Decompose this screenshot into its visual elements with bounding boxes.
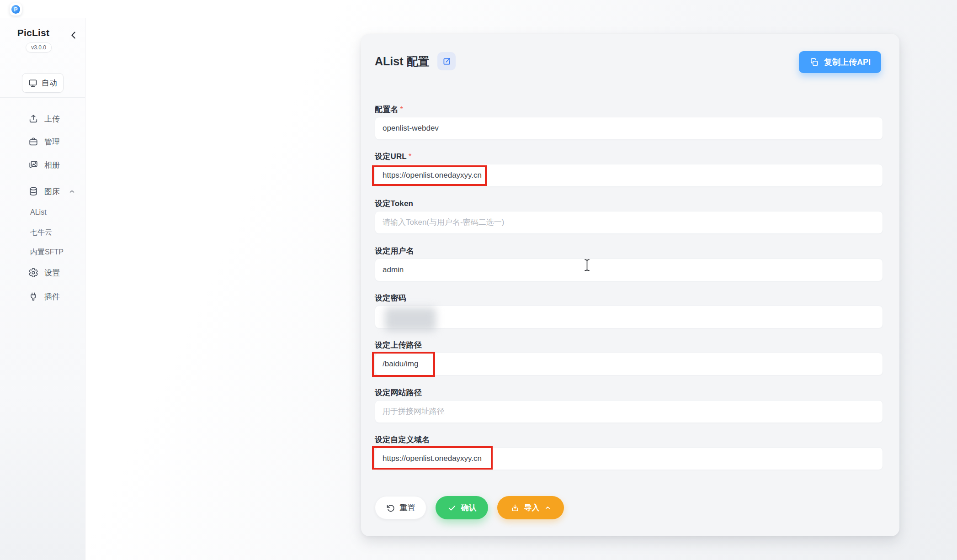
sidebar: PicList v3.0.0 自动 上传 管理 相册 图床	[0, 18, 85, 560]
confirm-label: 确认	[461, 502, 477, 513]
briefcase-icon	[28, 137, 38, 147]
site-path-input[interactable]	[375, 400, 883, 423]
plug-icon	[28, 291, 38, 301]
auto-mode-label: 自动	[42, 78, 57, 88]
sidebar-item-label: 相册	[44, 160, 60, 170]
gear-icon	[28, 268, 38, 278]
upload-icon	[28, 114, 38, 124]
import-icon	[510, 503, 520, 512]
sidebar-subitem-alist[interactable]: AList	[0, 204, 85, 221]
field-username: 设定用户名	[375, 246, 883, 256]
app-logo-icon: P	[10, 3, 22, 16]
required-mark: *	[409, 153, 411, 160]
reset-icon	[386, 503, 395, 512]
copy-upload-api-label: 复制上传API	[824, 57, 871, 68]
sidebar-item-upload[interactable]: 上传	[0, 110, 85, 128]
page-title: AList 配置	[375, 54, 429, 69]
upload-path-input[interactable]	[375, 353, 883, 375]
chevron-up-icon	[69, 188, 75, 195]
collapse-sidebar-icon[interactable]	[69, 30, 79, 40]
custom-domain-input[interactable]	[375, 447, 883, 470]
copy-icon	[809, 58, 819, 67]
field-upload-path: 设定上传路径	[375, 340, 883, 350]
album-icon	[28, 160, 38, 170]
divider	[0, 97, 85, 98]
sidebar-item-label: 上传	[44, 114, 60, 124]
check-icon	[447, 503, 457, 512]
copy-upload-api-button[interactable]: 复制上传API	[799, 51, 881, 73]
field-label: 设定用户名	[375, 247, 414, 255]
field-token: 设定Token	[375, 198, 883, 209]
sidebar-item-label: 设置	[44, 268, 60, 278]
sidebar-item-label: 管理	[44, 137, 60, 147]
titlebar: P	[0, 0, 957, 18]
sidebar-item-label: 图床	[44, 186, 60, 197]
token-input[interactable]	[375, 211, 883, 234]
password-input[interactable]	[375, 306, 883, 328]
confirm-button[interactable]: 确认	[436, 496, 488, 519]
external-link-icon	[442, 57, 452, 66]
field-label: 设定自定义域名	[375, 435, 430, 444]
sidebar-header: PicList v3.0.0	[0, 18, 85, 66]
sidebar-item-label: 插件	[44, 291, 60, 302]
piclist-window: { "app": { "name": "PicList", "version":…	[0, 0, 957, 560]
open-site-button[interactable]	[437, 52, 456, 70]
sidebar-subitem-sftp[interactable]: 内置SFTP	[0, 244, 85, 260]
config-card: AList 配置 复制上传API 配置名* 设定URL* 设定Token 设定用…	[361, 34, 899, 536]
field-label: 配置名	[375, 105, 399, 114]
required-mark: *	[400, 106, 403, 113]
version-badge: v3.0.0	[26, 42, 52, 53]
sidebar-item-plugins[interactable]: 插件	[0, 287, 85, 306]
reset-button[interactable]: 重置	[375, 496, 426, 519]
form-actions: 重置 确认 导入	[375, 496, 564, 519]
field-label: 设定密码	[375, 294, 406, 302]
field-custom-domain: 设定自定义域名	[375, 434, 883, 445]
card-header: AList 配置	[375, 52, 456, 70]
sidebar-item-manage[interactable]: 管理	[0, 132, 85, 151]
field-config-name: 配置名*	[375, 104, 883, 115]
reset-label: 重置	[400, 502, 415, 513]
chevron-up-icon	[544, 504, 551, 511]
url-input[interactable]	[375, 164, 883, 187]
import-button[interactable]: 导入	[497, 496, 564, 519]
import-label: 导入	[524, 502, 540, 513]
config-name-input[interactable]	[375, 117, 883, 140]
field-password: 设定密码	[375, 293, 883, 303]
field-label: 设定上传路径	[375, 341, 422, 349]
username-input[interactable]	[375, 259, 883, 281]
field-label: 设定网站路径	[375, 388, 422, 397]
field-label: 设定Token	[375, 199, 413, 208]
field-url: 设定URL*	[375, 151, 883, 162]
app-title: PicList	[0, 27, 67, 38]
database-icon	[28, 186, 38, 196]
sidebar-item-gallery[interactable]: 相册	[0, 156, 85, 174]
auto-mode-button[interactable]: 自动	[22, 73, 64, 93]
field-label: 设定URL	[375, 152, 407, 161]
sidebar-item-picbed[interactable]: 图床	[0, 182, 85, 201]
sidebar-item-settings[interactable]: 设置	[0, 264, 85, 282]
field-site-path: 设定网站路径	[375, 387, 883, 398]
sidebar-subitem-qiniu[interactable]: 七牛云	[0, 224, 85, 241]
monitor-icon	[28, 79, 37, 88]
